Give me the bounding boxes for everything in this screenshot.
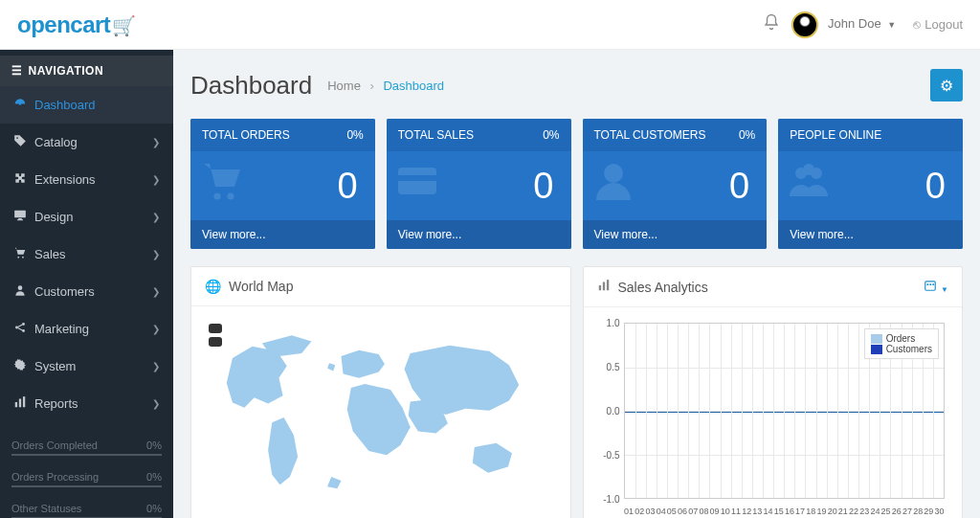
view-more-link[interactable]: View more...	[778, 220, 963, 249]
header: opencart🛒 John Doe ▼ ⎋Logout	[0, 0, 980, 50]
logout-button[interactable]: ⎋Logout	[913, 17, 963, 32]
card-icon	[394, 158, 440, 214]
stat-tile-total-orders: TOTAL ORDERS0%0View more...	[190, 119, 375, 249]
tile-title: TOTAL SALES	[398, 128, 474, 142]
user-menu[interactable]: John Doe ▼	[791, 11, 913, 38]
view-more-link[interactable]: View more...	[387, 220, 571, 249]
sidebar-item-reports[interactable]: Reports❯	[0, 385, 173, 422]
svg-point-0	[19, 102, 21, 104]
sidebar-item-catalog[interactable]: Catalog❯	[0, 124, 173, 161]
gear-icon: ⚙	[940, 77, 953, 95]
tile-value: 0	[533, 166, 553, 207]
world-map-panel: 🌐 World Map	[190, 266, 571, 518]
status-value: 0%	[146, 471, 162, 483]
status-label: Orders Completed	[11, 439, 98, 451]
caret-down-icon: ▼	[887, 20, 896, 30]
tachometer-icon	[13, 97, 31, 113]
cart-icon	[13, 246, 31, 262]
tile-title: TOTAL ORDERS	[202, 128, 290, 142]
chevron-right-icon: ❯	[152, 361, 160, 372]
nav-header: ☰NAVIGATION	[0, 56, 173, 86]
x-tick: 02	[635, 507, 645, 516]
nav-header-label: NAVIGATION	[29, 64, 104, 78]
world-map[interactable]	[203, 318, 559, 517]
status-label: Other Statuses	[11, 503, 81, 514]
y-tick: 0.0	[595, 406, 620, 417]
x-tick: 14	[763, 507, 773, 516]
sales-chart[interactable]: 1.00.50.0-0.5-1.0 0102030405060708091011…	[595, 319, 951, 518]
svg-point-7	[18, 285, 23, 290]
user-name-label: John Doe	[828, 16, 881, 31]
tile-percent: 0%	[739, 128, 755, 142]
svg-point-16	[227, 192, 234, 199]
x-tick: 01	[624, 507, 635, 516]
status-row: Orders Completed0%	[11, 439, 162, 456]
sidebar-item-design[interactable]: Design❯	[0, 198, 173, 236]
sidebar-item-label: Extensions	[34, 172, 152, 187]
sidebar-item-marketing[interactable]: Marketing❯	[0, 310, 173, 348]
svg-rect-23	[598, 285, 600, 290]
map-zoom-in[interactable]	[209, 324, 222, 333]
main-content: Dashboard Home › Dashboard ⚙ TOTAL ORDER…	[173, 50, 980, 518]
chart-icon	[597, 279, 611, 295]
chevron-right-icon: ❯	[152, 398, 160, 409]
map-zoom-out[interactable]	[209, 337, 222, 347]
sidebar-item-system[interactable]: System❯	[0, 348, 173, 385]
chevron-right-icon: ❯	[152, 174, 160, 185]
svg-rect-18	[398, 175, 436, 181]
logout-icon: ⎋	[913, 17, 921, 32]
x-tick: 22	[848, 507, 858, 516]
sidebar-item-label: Design	[34, 210, 152, 224]
svg-rect-4	[17, 219, 23, 220]
chevron-right-icon: ❯	[152, 212, 160, 222]
svg-rect-27	[927, 283, 929, 285]
tile-title: PEOPLE ONLINE	[790, 128, 881, 142]
svg-point-19	[604, 164, 623, 183]
tile-value: 0	[729, 166, 749, 207]
tile-value: 0	[338, 166, 358, 207]
sidebar-item-sales[interactable]: Sales❯	[0, 236, 173, 273]
users-icon	[786, 158, 832, 214]
x-tick: 27	[902, 507, 912, 516]
svg-point-6	[22, 257, 24, 259]
svg-point-1	[16, 137, 18, 139]
cart-icon	[198, 158, 244, 214]
logo[interactable]: opencart🛒	[17, 11, 136, 38]
view-more-link[interactable]: View more...	[190, 220, 375, 249]
notifications-bell-icon[interactable]	[751, 13, 791, 35]
bars-icon: ☰	[11, 64, 23, 78]
calendar-range-button[interactable]: ▼	[924, 279, 948, 295]
sidebar-item-extensions[interactable]: Extensions❯	[0, 161, 173, 198]
sidebar-item-label: Catalog	[34, 135, 152, 149]
x-tick: 24	[870, 507, 880, 516]
stat-tile-total-customers: TOTAL CUSTOMERS0%0View more...	[583, 119, 768, 249]
tile-value: 0	[925, 166, 946, 207]
y-tick: 1.0	[595, 318, 620, 328]
x-tick: 03	[645, 507, 656, 516]
x-tick: 29	[924, 507, 934, 516]
sidebar-item-label: System	[34, 359, 152, 373]
x-tick: 07	[688, 507, 699, 516]
sidebar-item-customers[interactable]: Customers❯	[0, 273, 173, 310]
x-tick: 18	[806, 507, 816, 516]
svg-point-15	[213, 192, 220, 199]
user-icon	[13, 283, 31, 300]
settings-button[interactable]: ⚙	[930, 69, 963, 101]
x-tick: 25	[880, 507, 891, 516]
x-tick: 04	[656, 507, 666, 516]
logo-cart-icon: 🛒	[112, 15, 136, 36]
chevron-right-icon: ❯	[152, 324, 160, 334]
logo-text: opencart	[17, 11, 110, 37]
x-tick: 08	[699, 507, 709, 516]
progress-bar	[11, 485, 162, 487]
sales-analytics-panel: Sales Analytics ▼ 1.00.50.0-0.5-1.0 0102…	[583, 266, 964, 518]
sidebar-item-label: Marketing	[34, 322, 152, 336]
svg-point-5	[17, 257, 19, 259]
breadcrumb-current[interactable]: Dashboard	[383, 79, 444, 93]
chevron-right-icon: ❯	[152, 137, 160, 147]
view-more-link[interactable]: View more...	[583, 220, 768, 249]
x-tick: 30	[934, 507, 945, 516]
breadcrumb-home[interactable]: Home	[327, 79, 361, 93]
sidebar-item-dashboard[interactable]: Dashboard	[0, 86, 173, 124]
x-tick: 15	[773, 507, 784, 516]
